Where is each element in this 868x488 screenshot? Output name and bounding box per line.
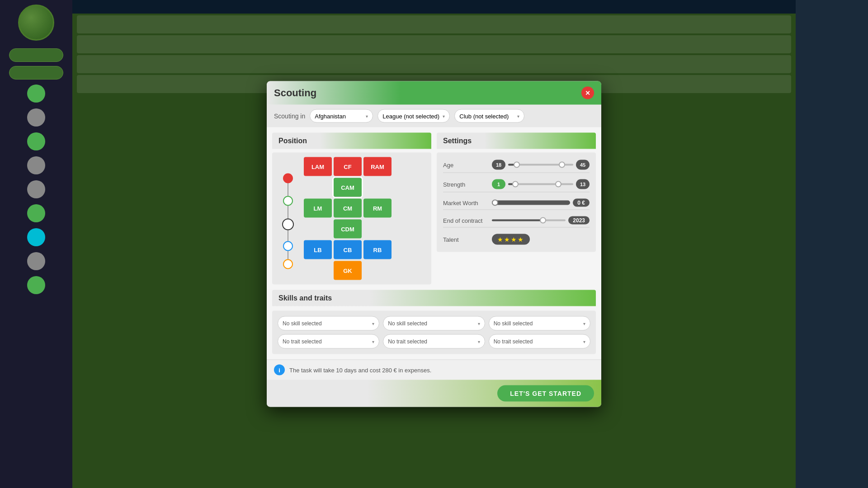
scouting-in-row: Scouting in Afghanistan ▾ League (not se… [267, 105, 601, 127]
country-chevron-icon: ▾ [366, 113, 368, 118]
age-range-container: 18 45 [492, 160, 590, 170]
trait-2-chevron-icon: ▾ [478, 339, 480, 344]
position-LB[interactable]: LB [304, 240, 332, 259]
position-CF[interactable]: CF [334, 157, 362, 176]
strength-range-track[interactable] [508, 183, 573, 185]
club-chevron-icon: ▾ [517, 113, 519, 118]
scouting-modal: Scouting ✕ Scouting in Afghanistan ▾ Lea… [267, 81, 601, 407]
sidebar-icon-1 [27, 84, 45, 103]
skill-dropdown-3[interactable]: No skill selected ▾ [489, 316, 590, 331]
sidebar-icon-9 [27, 276, 45, 294]
trait-1-chevron-icon: ▾ [372, 339, 374, 344]
position-GK[interactable]: GK [334, 261, 362, 280]
league-dropdown[interactable]: League (not selected) ▾ [377, 109, 450, 123]
skill-dropdown-1[interactable]: No skill selected ▾ [278, 316, 379, 331]
position-grid: LAM CF RAM CAM LM CM RM CDM LB [304, 157, 392, 280]
formation-dot-top[interactable] [283, 174, 293, 183]
formation-dot-5[interactable] [283, 259, 293, 269]
skill-col-1: No skill selected ▾ No trait selected ▾ [278, 316, 379, 349]
info-row: i The task will take 10 days and cost 28… [267, 360, 601, 380]
top-bar [72, 0, 796, 14]
strength-range-container: 1 13 [492, 179, 590, 189]
league-value: League (not selected) [382, 113, 439, 119]
formation-dot-3[interactable] [282, 219, 294, 230]
market-worth-container: 0 € [492, 199, 590, 207]
formation-diagram [277, 169, 299, 268]
market-worth-track[interactable] [492, 201, 570, 205]
contract-range-container: 2023 [492, 216, 590, 225]
market-worth-row: Market Worth 0 € [443, 196, 590, 210]
manager-avatar [18, 5, 54, 41]
skills-section: Skills and traits No skill selected ▾ No… [267, 290, 601, 360]
skill-dropdown-2[interactable]: No skill selected ▾ [383, 316, 485, 331]
modal-header: Scouting ✕ [267, 81, 601, 105]
skill-1-label: No skill selected [283, 320, 322, 327]
skills-header: Skills and traits [272, 290, 596, 306]
formation-dot-4[interactable] [283, 241, 293, 251]
trait-dropdown-3[interactable]: No trait selected ▾ [489, 334, 590, 349]
settings-panel-header: Settings [437, 133, 596, 149]
scouting-in-label: Scouting in [274, 113, 305, 120]
strength-max-thumb[interactable] [555, 181, 561, 188]
strength-min-thumb[interactable] [512, 181, 519, 188]
trait-2-label: No trait selected [388, 338, 427, 345]
club-dropdown[interactable]: Club (not selected) ▾ [454, 109, 524, 123]
strength-min-badge: 1 [492, 179, 505, 189]
skill-2-chevron-icon: ▾ [478, 321, 480, 326]
start-button[interactable]: LET'S GET STARTED [497, 385, 594, 402]
position-LM[interactable]: LM [304, 199, 332, 218]
country-value: Afghanistan [315, 113, 346, 119]
league-chevron-icon: ▾ [443, 113, 445, 118]
position-RM[interactable]: RM [363, 199, 392, 218]
close-button[interactable]: ✕ [581, 87, 594, 99]
formation-dot-2[interactable] [283, 196, 293, 206]
skill-2-label: No skill selected [388, 320, 427, 327]
talent-stars: ★★★★ [492, 234, 530, 245]
trait-3-label: No trait selected [494, 338, 533, 345]
sidebar-icon-5 [27, 180, 45, 198]
contract-row: End of contract 2023 [443, 214, 590, 228]
age-max-badge: 45 [576, 160, 590, 170]
age-range-track[interactable] [508, 164, 573, 166]
age-max-thumb[interactable] [559, 162, 565, 168]
modal-footer: LET'S GET STARTED [267, 380, 601, 407]
sidebar-icon-4 [27, 156, 45, 174]
market-worth-value: 0 € [573, 199, 590, 207]
trait-3-chevron-icon: ▾ [583, 339, 585, 344]
trait-dropdown-2[interactable]: No trait selected ▾ [383, 334, 485, 349]
position-CB[interactable]: CB [334, 240, 362, 259]
trait-1-label: No trait selected [283, 338, 322, 345]
market-worth-thumb[interactable] [492, 200, 498, 206]
sidebar-btn-1 [9, 48, 63, 62]
skill-col-3: No skill selected ▾ No trait selected ▾ [489, 316, 590, 349]
position-LAM[interactable]: LAM [304, 157, 332, 176]
skills-grid: No skill selected ▾ No trait selected ▾ … [272, 311, 596, 354]
contract-track[interactable] [492, 220, 566, 221]
skill-3-chevron-icon: ▾ [583, 321, 585, 326]
modal-title: Scouting [274, 87, 316, 99]
age-min-thumb[interactable] [514, 162, 520, 168]
strength-max-badge: 13 [576, 179, 590, 189]
skill-1-chevron-icon: ▾ [372, 321, 374, 326]
sidebar-icon-8 [27, 252, 45, 270]
contract-label: End of contract [443, 217, 488, 224]
trait-dropdown-1[interactable]: No trait selected ▾ [278, 334, 379, 349]
info-icon: i [274, 365, 285, 375]
club-value: Club (not selected) [459, 113, 509, 119]
settings-content: Age 18 45 Strength 1 [437, 153, 596, 252]
position-RAM[interactable]: RAM [363, 157, 392, 176]
skills-title: Skills and traits [278, 294, 332, 302]
contract-thumb[interactable] [540, 217, 546, 224]
position-CAM[interactable]: CAM [334, 178, 362, 197]
position-panel-header: Position [272, 133, 431, 149]
position-RB[interactable]: RB [363, 240, 392, 259]
talent-stars-container[interactable]: ★★★★ [492, 234, 530, 245]
country-dropdown[interactable]: Afghanistan ▾ [310, 109, 373, 123]
settings-title: Settings [443, 137, 472, 145]
position-content: LAM CF RAM CAM LM CM RM CDM LB [272, 153, 431, 285]
age-label: Age [443, 161, 488, 168]
sidebar-icon-2 [27, 108, 45, 127]
sidebar-icon-3 [27, 132, 45, 150]
position-CDM[interactable]: CDM [334, 220, 362, 239]
position-CM[interactable]: CM [334, 199, 362, 218]
